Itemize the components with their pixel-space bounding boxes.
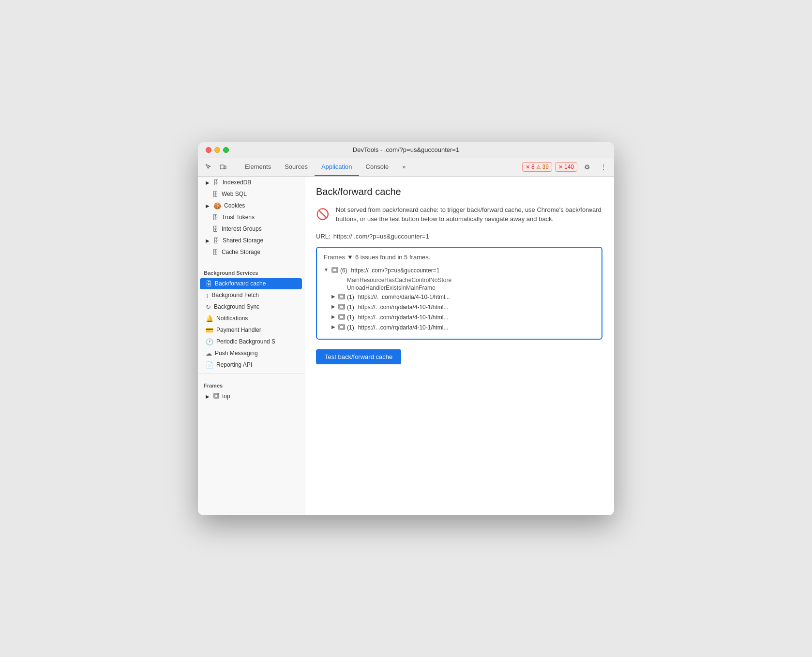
back-forward-cache-icon: 🗄 <box>206 280 212 287</box>
sidebar-item-periodic-background[interactable]: 🕐 Periodic Background S <box>200 336 302 347</box>
sub-frame-1-url: https:///. .com/rq/darla/4-10-1/html... <box>358 294 450 300</box>
close-button[interactable] <box>206 147 211 153</box>
toolbar-right: ✕ 8 ⚠ 39 ✕ 140 ⚙ ⋮ <box>522 160 610 174</box>
sub-frame-3-expand[interactable]: ▶ <box>331 314 335 319</box>
traffic-lights <box>206 147 229 153</box>
frames-dropdown-icon[interactable]: ▼ <box>347 254 353 261</box>
sub-frame-1-count: (1) <box>347 294 354 300</box>
sidebar-item-cookies[interactable]: ▶ 🍪 Cookies <box>200 200 302 211</box>
panel: Back/forward cache 🚫 Not served from bac… <box>304 177 614 515</box>
sidebar-item-payment-handler[interactable]: 💳 Payment Handler <box>200 325 302 336</box>
sub-frame-2-count: (1) <box>347 304 354 311</box>
frames-count-text: 6 issues found in 5 frames. <box>355 254 430 261</box>
payment-handler-icon: 💳 <box>206 327 213 334</box>
issue-2: UnloadHandlerExistsInMainFrame <box>324 284 595 291</box>
interest-groups-icon: 🗄 <box>212 225 219 233</box>
expand-icon: ▶ <box>206 180 210 185</box>
sidebar-divider-2 <box>198 373 304 374</box>
sub-frame-4[interactable]: ▶ (1) https://. .com/rq/darla/4-10-1/htm… <box>324 323 595 333</box>
web-sql-label: Web SQL <box>222 191 247 197</box>
svg-rect-3 <box>215 394 218 397</box>
sub-frame-2-expand[interactable]: ▶ <box>331 304 335 309</box>
sidebar-item-cache-storage[interactable]: 🗄 Cache Storage <box>200 247 302 258</box>
shared-storage-icon: 🗄 <box>213 237 220 244</box>
settings-button[interactable]: ⚙ <box>580 160 594 174</box>
sidebar-item-interest-groups[interactable]: 🗄 Interest Groups <box>200 224 302 235</box>
test-button[interactable]: Test back/forward cache <box>316 349 401 364</box>
svg-rect-5 <box>333 269 337 271</box>
sidebar-item-web-sql[interactable]: 🗄 Web SQL <box>200 189 302 200</box>
sub-frame-1[interactable]: ▶ (1) https:///. .com/rq/darla/4-10-1/ht… <box>324 292 595 302</box>
sidebar-item-background-fetch[interactable]: ↕ Background Fetch <box>200 290 302 301</box>
sub-frame-2[interactable]: ▶ (1) https://. .com/rq/darla/4-10-1/htm… <box>324 302 595 313</box>
maximize-button[interactable] <box>223 147 229 153</box>
tab-elements[interactable]: Elements <box>238 158 278 176</box>
sub-frame-4-url: https://. .com/rq/darla/4-10-1/html... <box>358 324 449 331</box>
sub-frame-3-count: (1) <box>347 314 354 321</box>
svg-rect-9 <box>340 305 344 308</box>
title-bar: DevTools - .com/?p=us&guccounter=1 <box>198 142 614 158</box>
error-icon: ✕ <box>526 164 530 170</box>
sidebar: ▶ 🗄 IndexedDB 🗄 Web SQL ▶ 🍪 Cookies 🗄 Tr… <box>198 177 304 515</box>
panel-title: Back/forward cache <box>316 186 602 197</box>
notifications-label: Notifications <box>216 315 248 322</box>
bg-services-section-title: Background Services <box>198 264 304 278</box>
sub-frame-1-expand[interactable]: ▶ <box>331 294 335 299</box>
periodic-bg-label: Periodic Background S <box>216 338 275 345</box>
sidebar-item-trust-tokens[interactable]: 🗄 Trust Tokens <box>200 212 302 223</box>
tab-sources[interactable]: Sources <box>278 158 315 176</box>
info-description: Not served from back/forward cache: to t… <box>336 205 602 224</box>
notifications-icon: 🔔 <box>206 315 213 322</box>
cache-storage-icon: 🗄 <box>212 249 219 256</box>
sidebar-item-reporting-api[interactable]: 📄 Reporting API <box>200 359 302 371</box>
top-frame-label: top <box>222 393 230 400</box>
sidebar-item-top-frame[interactable]: ▶ top <box>200 391 302 402</box>
expand-icon: ▶ <box>206 203 210 209</box>
push-messaging-icon: ☁ <box>206 350 212 357</box>
sub-frame-4-expand[interactable]: ▶ <box>331 324 335 329</box>
main-frame-row[interactable]: ▼ (6) https:// .com/?p=us&guccounter=1 <box>324 266 595 276</box>
main-content: ▶ 🗄 IndexedDB 🗄 Web SQL ▶ 🍪 Cookies 🗄 Tr… <box>198 177 614 515</box>
sidebar-item-notifications[interactable]: 🔔 Notifications <box>200 313 302 324</box>
tab-more[interactable]: » <box>395 158 412 176</box>
cookies-icon: 🍪 <box>213 202 221 209</box>
sidebar-item-back-forward-cache[interactable]: 🗄 Back/forward cache <box>200 278 302 289</box>
more-options-button[interactable]: ⋮ <box>597 160 610 174</box>
device-toggle-button[interactable] <box>216 160 230 174</box>
tab-application[interactable]: Application <box>315 158 359 176</box>
frames-tree: ▼ (6) https:// .com/?p=us&guccounter=1 M… <box>324 266 595 333</box>
sub-frame-2-icon <box>338 304 345 311</box>
sidebar-item-shared-storage[interactable]: ▶ 🗄 Shared Storage <box>200 235 302 246</box>
inspect-tool-button[interactable] <box>202 160 215 174</box>
background-fetch-icon: ↕ <box>206 292 209 299</box>
trust-tokens-icon: 🗄 <box>212 214 219 221</box>
expand-icon: ▶ <box>206 394 210 399</box>
web-sql-icon: 🗄 <box>212 191 219 198</box>
push-messaging-label: Push Messaging <box>215 350 258 357</box>
error-badge[interactable]: ✕ 8 ⚠ 39 <box>522 162 552 172</box>
sub-frame-4-icon <box>338 324 345 331</box>
main-frame-expand[interactable]: ▼ <box>324 267 329 272</box>
toolbar-separator <box>233 162 233 172</box>
indexed-db-icon: 🗄 <box>213 179 220 186</box>
issue-1: MainResourceHasCacheControlNoStore <box>324 277 595 284</box>
sub-frame-3[interactable]: ▶ (1) https://. .com/rq/darla/4-10-1/htm… <box>324 313 595 323</box>
info-badge[interactable]: ✕ 140 <box>555 162 577 172</box>
sidebar-item-indexed-db[interactable]: ▶ 🗄 IndexedDB <box>200 177 302 188</box>
frames-label: Frames <box>324 254 345 261</box>
svg-rect-11 <box>340 315 344 318</box>
reporting-api-icon: 📄 <box>206 361 213 369</box>
interest-groups-label: Interest Groups <box>222 225 262 232</box>
sub-frame-2-url: https://. .com/rq/darla/4-10-1/html... <box>358 304 449 311</box>
sidebar-item-push-messaging[interactable]: ☁ Push Messaging <box>200 348 302 359</box>
devtools-window: DevTools - .com/?p=us&guccounter=1 Eleme… <box>198 142 614 515</box>
tab-console[interactable]: Console <box>359 158 396 176</box>
sub-frame-3-url: https://. .com/rq/darla/4-10-1/html... <box>358 314 449 321</box>
info-count: 140 <box>564 164 574 170</box>
sidebar-item-background-sync[interactable]: ↻ Background Sync <box>200 301 302 313</box>
sidebar-divider <box>198 261 304 261</box>
minimize-button[interactable] <box>214 147 220 153</box>
expand-icon: ▶ <box>206 238 210 243</box>
svg-rect-1 <box>224 166 226 169</box>
url-value: https:// .com/?p=us&guccounter=1 <box>333 233 429 240</box>
